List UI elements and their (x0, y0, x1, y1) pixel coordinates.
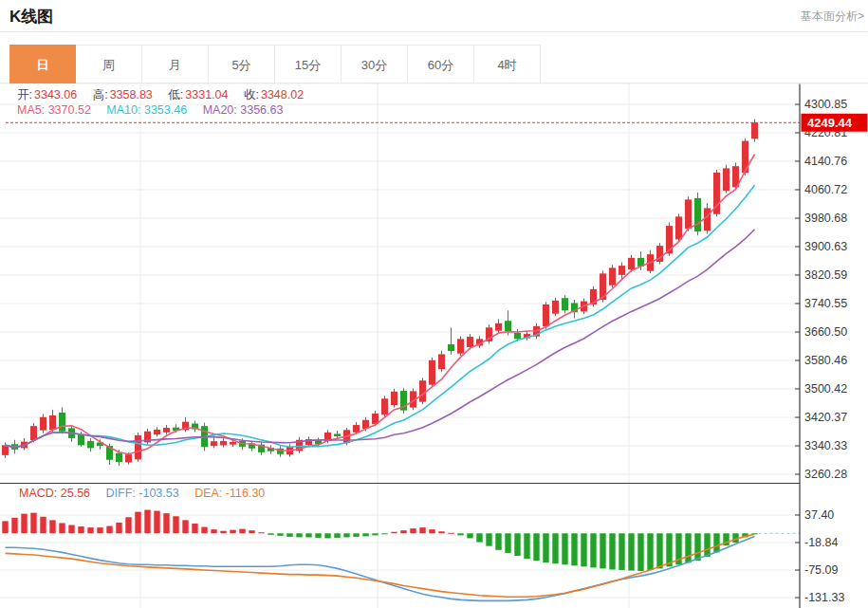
candle-up (353, 425, 360, 433)
candle-up (675, 216, 682, 239)
low-value: 3331.04 (185, 88, 228, 101)
macd-bar-positive (173, 516, 178, 533)
macd-bar-negative (286, 533, 292, 537)
macd-bar-negative (315, 533, 321, 538)
high-value: 3358.83 (110, 88, 153, 101)
macd-bar-positive (448, 533, 453, 534)
macd-bar-negative (685, 533, 691, 562)
macd-bar-negative (486, 533, 491, 545)
macd-bar-negative (562, 533, 567, 564)
candle-up (230, 442, 236, 445)
macd-bar-negative (381, 533, 387, 534)
macd-bar-negative (581, 533, 586, 566)
vertical-gridlines (140, 83, 629, 608)
tab-30分[interactable]: 30分 (342, 45, 408, 83)
ma20-label: MA20: (203, 103, 237, 117)
candle-down (448, 344, 454, 351)
macd-bar-negative (704, 533, 710, 557)
macd-bar-positive (163, 513, 169, 533)
candlestick-series (2, 120, 758, 466)
candle-down (87, 441, 94, 448)
candle-up (2, 445, 9, 454)
candle-down (59, 413, 65, 432)
macd-bar-negative (305, 533, 311, 537)
macd-bar-positive (97, 527, 102, 533)
macd-bar-positive (78, 526, 83, 533)
macd-bar-positive (59, 523, 65, 533)
candle-up (154, 430, 160, 434)
ma5-value: 3370.52 (48, 103, 91, 117)
axis-tick-label: -75.09 (804, 563, 838, 577)
candle-up (552, 301, 559, 314)
tab-4时[interactable]: 4时 (474, 45, 541, 83)
macd-bar-negative (476, 533, 482, 542)
macd-bar-positive (410, 528, 416, 533)
candle-down (562, 298, 568, 310)
macd-bar-positive (11, 518, 17, 534)
macd-bar-negative (590, 533, 596, 567)
price-axis-labels: 4300.854220.814140.764060.723980.683900.… (795, 98, 847, 481)
ma10-line (6, 185, 755, 447)
candle-up (40, 417, 46, 431)
dea-label: DEA: (194, 487, 222, 500)
interval-tabbar: 日周月5分15分30分60分4时 (9, 45, 541, 83)
macd-bar-positive (154, 511, 159, 534)
axis-tick-label: 3580.46 (804, 354, 847, 367)
candle-up (723, 168, 729, 191)
axis-tick-label: 3980.68 (804, 212, 847, 225)
macd-readout: MACD: 25.56 DIFF: -103.53 DEA: -116.30 (19, 487, 277, 500)
macd-bar-positive (68, 525, 74, 534)
macd-bar-positive (419, 527, 425, 533)
macd-bar-negative (353, 533, 359, 537)
tab-日[interactable]: 日 (9, 45, 76, 83)
macd-bar-positive (106, 526, 112, 534)
candle-up (704, 208, 711, 230)
candle-up (211, 441, 217, 446)
macd-bar-negative (457, 533, 463, 535)
tab-60分[interactable]: 60分 (408, 45, 474, 83)
macd-bar-negative (656, 533, 662, 568)
candle-up (609, 267, 616, 285)
candle-up (628, 258, 635, 269)
close-value: 3348.02 (261, 88, 304, 101)
macd-bar-negative (533, 533, 539, 561)
axis-tick-label: 3900.63 (804, 240, 847, 253)
ma5-line (6, 155, 755, 454)
tab-5分[interactable]: 5分 (209, 45, 275, 83)
macd-bar-positive (125, 517, 131, 533)
macd-value: 25.56 (61, 487, 90, 500)
tab-周[interactable]: 周 (76, 45, 142, 83)
macd-bar-positive (144, 510, 150, 534)
macd-bar-positive (182, 520, 188, 533)
macd-bar-negative (362, 533, 368, 536)
macd-bar-negative (334, 533, 340, 538)
ohlc-readout: 开:3343.06 高:3358.83 低:3331.04 收:3348.02 (17, 87, 316, 103)
macd-bar-negative (505, 533, 510, 553)
candle-down (505, 321, 511, 331)
macd-bar-negative (619, 533, 624, 570)
axis-tick-label: 3500.42 (804, 382, 847, 396)
ma10-value: 3353.46 (144, 103, 187, 117)
macd-bar-negative (600, 533, 605, 568)
macd-bar-negative (694, 533, 700, 561)
axis-tick-label: 4060.72 (804, 183, 847, 196)
tab-月[interactable]: 月 (142, 45, 209, 83)
candle-down (116, 453, 122, 462)
candle-up (543, 304, 549, 326)
macd-bar-negative (571, 533, 577, 565)
macd-bar-negative (609, 533, 615, 569)
candle-up (49, 415, 56, 430)
low-label: 低: (168, 88, 183, 101)
macd-label: MACD: (19, 487, 57, 500)
macd-bar-positive (211, 529, 216, 533)
current-price-text: 4249.44 (807, 116, 853, 130)
candle-up (135, 435, 141, 459)
macd-bar-negative (713, 533, 719, 552)
tab-15分[interactable]: 15分 (275, 45, 342, 83)
candle-up (220, 441, 227, 445)
current-price-badge: 4249.44 (802, 114, 868, 132)
candle-up (30, 426, 37, 440)
macd-bar-positive (201, 527, 207, 534)
open-label: 开: (17, 88, 32, 101)
macd-bar-negative (495, 533, 501, 550)
